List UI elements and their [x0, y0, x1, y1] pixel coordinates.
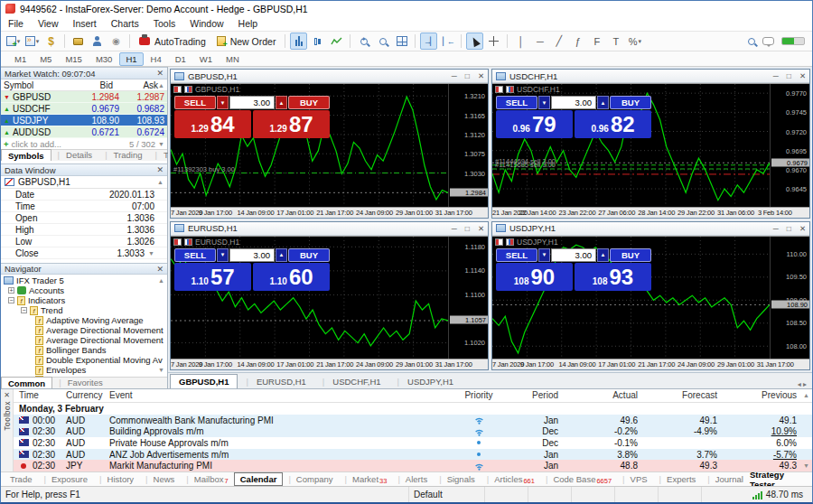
tab-vps[interactable]: VPS — [617, 472, 653, 486]
menu-help[interactable]: Help — [231, 18, 266, 29]
scroll-down-icon[interactable]: ▼ — [158, 367, 167, 373]
timeframe-w1[interactable]: W1 — [193, 52, 219, 66]
column-time[interactable]: Time — [14, 390, 66, 400]
tab-experts[interactable]: Experts — [654, 472, 703, 486]
chart-window-titlebar[interactable]: USDJPY,H1 ─□✕ — [492, 222, 809, 236]
accounts-button[interactable] — [89, 33, 106, 50]
tab-favorites[interactable]: Favorites — [52, 377, 109, 388]
sell-button[interactable]: SELL — [174, 248, 216, 262]
buy-price[interactable]: 10893 — [575, 263, 651, 291]
column-period[interactable]: Period — [511, 390, 558, 400]
volume-increase-button[interactable]: ▲ — [597, 96, 609, 109]
minimize-icon[interactable]: ─ — [773, 224, 779, 233]
calendar-event-row[interactable]: 02:30 JPY Markit Manufacturing PMI Jan 4… — [14, 460, 812, 471]
menu-window[interactable]: Window — [182, 18, 230, 29]
close-icon[interactable]: ✕ — [156, 165, 164, 174]
market-watch-row[interactable]: USDCHF 0.9679 0.9682 — [1, 103, 167, 115]
volume-input[interactable]: 3.00 — [551, 248, 596, 262]
calendar-event-row[interactable]: 00:00 AUD Commonwealth Bank Manufacturin… — [14, 415, 812, 426]
close-icon[interactable]: ✕ — [478, 71, 484, 80]
tree-leaf-indicator[interactable]: fBollinger Bands — [1, 345, 167, 355]
volume-decrease-button[interactable]: ▼ — [538, 96, 550, 109]
column-event[interactable]: Event — [109, 390, 446, 400]
one-click-icon[interactable] — [495, 238, 503, 246]
timeframe-m5[interactable]: M5 — [33, 52, 58, 66]
tab-signals[interactable]: Signals — [434, 472, 481, 486]
chart-window-usdjpy[interactable]: USDJPY,H1 ─□✕ USDJPY,H1 SELL ▼ 3.00 — [491, 221, 810, 371]
price-chart[interactable]: EURUSD,H1 SELL ▼ 3.00 ▲ BUY — [171, 237, 448, 359]
price-chart[interactable]: GBPUSD,H1 SELL ▼ 3.00 ▲ BUY — [171, 84, 448, 207]
new-chart-button[interactable]: ▾ — [5, 33, 22, 50]
calendar-event-row[interactable]: 02:30 AUD Private House Approvals m/m De… — [14, 437, 812, 449]
price-chart[interactable]: USDJPY,H1 SELL ▼ 3.00 ▲ BUY — [492, 237, 770, 359]
chat-icon[interactable] — [762, 37, 774, 45]
column-bid[interactable]: Bid — [68, 80, 113, 90]
autotrading-button[interactable]: AutoTrading — [135, 33, 210, 50]
text-tool-button[interactable]: T — [607, 33, 624, 50]
profiles-button[interactable]: ▾ — [23, 33, 41, 50]
sell-price[interactable]: 1.1057 — [174, 263, 251, 291]
tree-root[interactable]: IFX Trader 5▲ — [1, 275, 167, 285]
close-icon[interactable]: ✕ — [478, 224, 484, 233]
volume-input[interactable]: 3.00 — [229, 96, 275, 109]
tab-common[interactable]: Common — [1, 377, 52, 388]
chart-window-eurusd[interactable]: EURUSD,H1 ─□✕ EURUSD,H1 SELL ▼ 3.00 — [170, 221, 489, 371]
volume-increase-button[interactable]: ▲ — [276, 248, 287, 262]
tab-symbols[interactable]: Symbols — [1, 149, 51, 161]
calendar-event-row[interactable]: 02:30 AUD Building Approvals m/m Dec -0.… — [14, 425, 812, 437]
chart-tab-gbpusd[interactable]: GBPUSD,H1 — [170, 374, 238, 388]
timeframe-mn[interactable]: MN — [220, 52, 246, 66]
tab-calendar[interactable]: Calendar — [234, 472, 284, 486]
one-click-icon[interactable] — [173, 86, 182, 93]
font-tool-button[interactable]: F — [588, 33, 605, 50]
market-watch-row[interactable]: GBPUSD 1.2984 1.2987 — [1, 91, 167, 103]
menu-file[interactable]: File — [1, 18, 31, 29]
calendar-event-row[interactable]: 02:30 AUD ANZ Job Advertisements m/m Jan… — [14, 449, 812, 461]
chart-window-titlebar[interactable]: USDCHF,H1 ─□✕ — [492, 70, 809, 83]
timeframe-h1[interactable]: H1 — [119, 52, 143, 66]
chart-shift-button[interactable]: ▏← — [439, 33, 456, 50]
column-priority[interactable]: Priority — [446, 390, 511, 400]
trendline-button[interactable]: ╱ — [550, 33, 567, 50]
column-symbol[interactable]: Symbol — [4, 80, 68, 90]
tree-leaf-indicator[interactable]: fEnvelopes▼ — [1, 365, 167, 375]
scroll-up-icon[interactable]: ▲ — [158, 82, 164, 89]
volume-increase-button[interactable]: ▲ — [276, 96, 287, 109]
column-forecast[interactable]: Forecast — [638, 390, 717, 400]
tree-node-accounts[interactable]: +Accounts — [1, 285, 167, 295]
tab-code-base[interactable]: Code Base6657 — [540, 472, 617, 486]
buy-price[interactable]: 1.2987 — [253, 110, 330, 138]
zoom-out-button[interactable] — [374, 33, 391, 50]
column-currency[interactable]: Currency — [66, 390, 109, 400]
deposit-button[interactable] — [70, 33, 87, 50]
sell-button[interactable]: SELL — [496, 248, 537, 262]
menu-view[interactable]: View — [31, 18, 66, 29]
buy-button[interactable]: BUY — [610, 96, 651, 109]
zoom-in-button[interactable]: + — [355, 33, 372, 50]
sell-button[interactable]: SELL — [496, 96, 537, 109]
scroll-up-icon[interactable]: ▲ — [800, 390, 812, 400]
tab-alerts[interactable]: Alerts — [392, 472, 434, 486]
chart-tab-eurusd[interactable]: EURUSD,H1 — [238, 374, 313, 388]
tree-node-indicators[interactable]: −fIndicators — [1, 295, 167, 305]
profile-name[interactable]: Default — [409, 487, 485, 502]
minimize-icon[interactable]: ─ — [452, 224, 457, 233]
one-click-icon[interactable] — [495, 86, 503, 93]
tree-node-trend[interactable]: −fTrend — [1, 305, 167, 315]
auto-scroll-button[interactable]: →▏ — [420, 33, 437, 50]
one-click-icon[interactable] — [173, 238, 182, 246]
chart-tab-usdchf[interactable]: USDCHF,H1 — [314, 374, 389, 388]
expand-icon[interactable]: + — [8, 287, 14, 294]
depth-icon[interactable] — [184, 238, 192, 246]
maximize-icon[interactable]: □ — [465, 224, 470, 233]
fibonacci-button[interactable]: ƒ — [569, 33, 586, 50]
tab-trading[interactable]: Trading — [98, 149, 148, 161]
scroll-down-icon[interactable]: ▼ — [158, 141, 164, 147]
chart-window-titlebar[interactable]: EURUSD,H1 ─□✕ — [171, 222, 488, 236]
sell-price[interactable]: 1.2984 — [174, 110, 251, 138]
price-chart[interactable]: USDCHF,H1 SELL ▼ 3.00 ▲ BUY — [492, 84, 770, 207]
timeframe-m30[interactable]: M30 — [89, 52, 118, 66]
sell-price[interactable]: 10890 — [496, 263, 573, 291]
candlestick-button[interactable] — [309, 33, 326, 50]
tab-exposure[interactable]: Exposure — [38, 472, 94, 486]
